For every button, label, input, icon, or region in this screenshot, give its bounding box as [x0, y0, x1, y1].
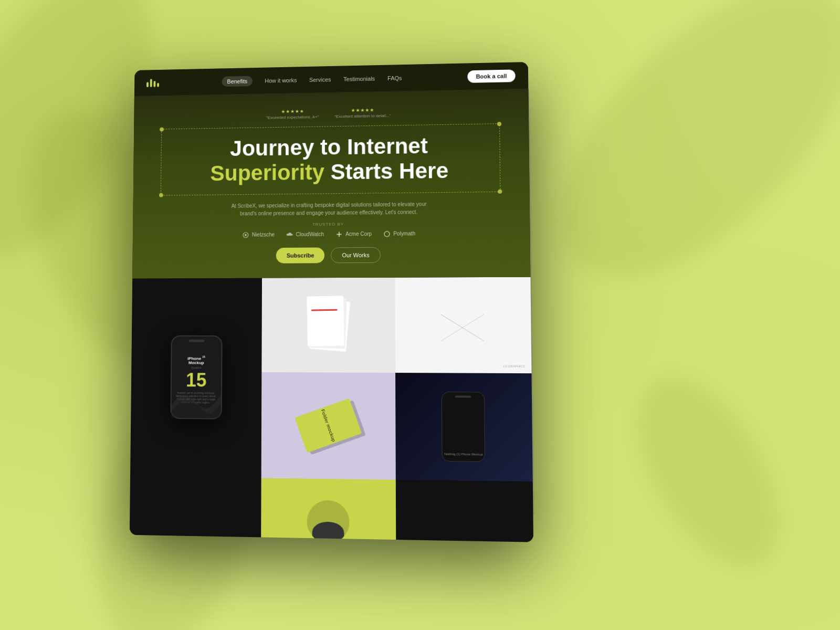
yellow-circle — [307, 500, 350, 542]
hero-subtext: At ScribeX, we specialize in crafting be… — [230, 200, 428, 217]
stars-2: ★★★★★ — [351, 108, 374, 113]
wave-bg — [171, 381, 221, 418]
cloud-icon — [286, 231, 293, 238]
svg-point-1 — [245, 234, 247, 236]
cta-buttons: Subscribe Our Works — [145, 246, 518, 264]
logo-bar-4 — [157, 82, 159, 87]
nav-link-faqs[interactable]: FAQs — [387, 75, 402, 81]
quote-1: "Exceeded expectations, A+" — [266, 114, 319, 120]
nav-link-how-it-works[interactable]: How it works — [265, 77, 297, 83]
nothing-phone: Nothing (1) Phone Mockup — [442, 392, 485, 462]
paper-1 — [307, 296, 344, 346]
paper-red-line — [311, 309, 338, 311]
circle-icon — [383, 230, 391, 237]
portfolio-cell-yellow — [261, 478, 396, 542]
nav-link-services[interactable]: Services — [309, 76, 331, 83]
ratings-row: ★★★★★ "Exceeded expectations, A+" ★★★★★ … — [146, 105, 516, 122]
book-call-button[interactable]: Book a call — [467, 69, 516, 83]
paper-stack — [307, 296, 349, 354]
corner-dot-br — [498, 189, 502, 193]
svg-point-4 — [384, 231, 390, 236]
portfolio-grid: iPhone 15 iPhone 15 MockupMockup Gradien… — [130, 277, 533, 542]
nothing-label: Nothing (1) Phone Mockup — [444, 452, 483, 456]
brands-row: Nietzsche CloudWatch Acme Corp — [145, 229, 517, 239]
headline-yellow: Superiority — [210, 160, 324, 186]
brand-cloudwatch-label: CloudWatch — [296, 232, 324, 237]
browser-window: Benefits How it works Services Testimoni… — [130, 62, 533, 542]
corner-dot-bl — [159, 193, 163, 197]
ls-graphics-label: LS GRAPHICS — [503, 364, 525, 368]
brand-polymath-label: Polymath — [393, 230, 415, 236]
portfolio-cell-folder: Folder mockup — [261, 372, 396, 480]
nav-link-benefits[interactable]: Benefits — [222, 76, 253, 87]
headline-white: Starts Here — [324, 158, 448, 184]
headline-box: Journey to Internet Superiority Starts H… — [161, 123, 500, 195]
trusted-label: Trusted By — [145, 220, 517, 228]
white-cell-content: LS GRAPHICS — [395, 277, 531, 373]
star-icon — [242, 231, 249, 238]
portfolio-cell-paper — [262, 277, 395, 372]
phone-title: iPhone 15 iPhone 15 MockupMockup — [187, 355, 205, 365]
white-cell-svg — [436, 303, 490, 346]
rating-item-2: ★★★★★ "Excellent attention to detail..." — [334, 107, 391, 119]
logo — [146, 79, 159, 87]
folder-main: Folder mockup — [295, 398, 362, 453]
brand-nietzsche: Nietzsche — [242, 231, 275, 238]
logo-bar-3 — [153, 81, 155, 87]
folder-label: Folder mockup — [320, 408, 337, 443]
subscribe-button[interactable]: Subscribe — [276, 247, 324, 263]
our-works-button[interactable]: Our Works — [331, 247, 380, 262]
phone-notch — [188, 339, 204, 342]
brand-acme: Acme Corp — [335, 230, 372, 238]
rating-item-1: ★★★★★ "Exceeded expectations, A+" — [266, 108, 319, 120]
brand-cloudwatch: CloudWatch — [286, 230, 324, 238]
headline: Journey to Internet Superiority Starts H… — [171, 132, 489, 186]
brand-acme-label: Acme Corp — [345, 231, 372, 237]
brand-polymath: Polymath — [383, 230, 415, 237]
headline-line1: Journey to Internet — [230, 133, 428, 161]
phone-mockup: iPhone 15 iPhone 15 MockupMockup Gradien… — [170, 335, 222, 419]
portfolio-cell-phone: iPhone 15 iPhone 15 MockupMockup Gradien… — [130, 278, 262, 478]
hero-section: ★★★★★ "Exceeded expectations, A+" ★★★★★ … — [132, 89, 530, 278]
nothing-notch — [455, 395, 471, 397]
portfolio-cell-dark: Nothing (1) Phone Mockup — [395, 373, 533, 481]
portfolio-cell-white: LS GRAPHICS — [395, 277, 531, 373]
plus-icon — [335, 230, 343, 238]
quote-2: "Excellent attention to detail..." — [334, 113, 391, 119]
folder-mockup: Folder mockup — [295, 398, 362, 453]
brand-nietzsche-label: Nietzsche — [252, 232, 275, 237]
stars-1: ★★★★★ — [281, 109, 304, 114]
logo-bar-2 — [150, 79, 152, 87]
nav-links: Benefits How it works Services Testimoni… — [222, 72, 402, 86]
logo-bar-1 — [146, 82, 149, 87]
nav-link-testimonials[interactable]: Testimonials — [343, 75, 375, 82]
svg-rect-3 — [337, 234, 342, 235]
